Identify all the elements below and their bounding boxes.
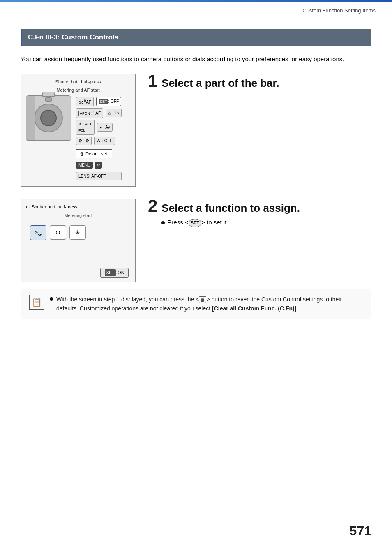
camera-body — [26, 95, 71, 141]
header-title: Custom Function Setting Items — [302, 7, 376, 15]
btn-star-ael: ✳ : AELFEL — [76, 120, 95, 135]
set-ok-row: SET OK — [26, 268, 130, 278]
intro-text: You can assign frequently used functions… — [21, 54, 371, 64]
default-set-row: 🗑 Default set. — [76, 149, 122, 159]
top-accent-bar — [0, 0, 392, 2]
step1-instruction: 1 Select a part of the bar. — [148, 74, 371, 93]
note-text-area: With the screen in step 1 displayed, you… — [50, 295, 363, 313]
step2-icon-2[interactable]: ✳ — [69, 225, 86, 240]
lens-btn: LENS: AF-OFF — [76, 172, 122, 180]
step-2-row: ⊙ Shutter butt. half-press Metering star… — [21, 199, 371, 282]
step1-label-top: Shutter butt. half-press — [26, 79, 130, 86]
menu-row: MENU ↩ — [76, 162, 122, 169]
step1-number: 1 — [148, 72, 157, 90]
step1-label-sub: Metering and AF start — [26, 87, 130, 94]
step-1-row: Shutter butt. half-press Metering and AF… — [21, 74, 371, 187]
camera-lens-outer — [34, 104, 63, 132]
note-icon-box: 📋 — [29, 295, 44, 310]
menu-button[interactable]: MENU — [76, 162, 93, 169]
btn-gear-gear: ⚙ : ⚙ — [76, 137, 92, 145]
btn-circle-av: ● : Av — [97, 123, 112, 132]
ok-label: OK — [118, 269, 124, 276]
step2-icon-0[interactable]: ⊙AF — [30, 225, 46, 240]
btn-afon: AFON: 0AF — [76, 108, 103, 118]
btn-metering-af: ⊙: 0AF — [76, 97, 94, 106]
step2-instruction: 2 Select a function to assign. Press <SE… — [148, 199, 371, 227]
btn-row-2: AFON: 0AF △ : Tv — [76, 108, 122, 118]
step2-icon-1[interactable]: ⊙ — [50, 225, 66, 240]
btn-tv: △ : Tv — [106, 109, 122, 117]
step2-detail: Press <SET> to set it. — [161, 218, 300, 227]
note-bullet: With the screen in step 1 displayed, you… — [50, 295, 363, 313]
step2-header-icon: ⊙ — [26, 204, 30, 211]
page-number: 571 — [350, 521, 371, 541]
note-bullet-dot — [50, 297, 53, 301]
step2-number: 2 — [148, 197, 157, 215]
set-inline-btn: SET — [189, 219, 201, 227]
trash-icon: 🗑 — [80, 150, 84, 157]
step2-sublabel: Metering start — [26, 212, 130, 219]
note-bold: [Clear all Custom Func. (C.Fn)] — [212, 305, 296, 312]
btn-row-1: ⊙: 0AF SET: OFF — [76, 97, 122, 106]
camera-lens-inner — [40, 110, 57, 126]
menu-back-button[interactable]: ↩ — [95, 162, 102, 169]
note-camera-icon: 📋 — [32, 296, 42, 308]
steps-area: Shutter butt. half-press Metering and AF… — [21, 74, 371, 282]
btn-set-off: SET: OFF — [96, 97, 121, 106]
bullet-dot — [161, 221, 165, 224]
btn-row-3: ✳ : AELFEL ● : Av — [76, 120, 122, 135]
step2-detail-text: Press <SET> to set it. — [167, 218, 228, 227]
default-set-button[interactable]: 🗑 Default set. — [76, 149, 112, 159]
section-title: C.Fn III-3: Custom Controls — [21, 29, 371, 46]
camera-diagram: ⊙: 0AF SET: OFF AFON: 0AF △ : Tv ✳ : AEL… — [26, 95, 130, 183]
step1-title: Select a part of the bar. — [161, 77, 279, 90]
step2-header: ⊙ Shutter butt. half-press — [26, 204, 130, 211]
note-box: 📋 With the screen in step 1 displayed, y… — [21, 289, 371, 319]
set-label: SET — [105, 269, 116, 276]
step2-icons-row: ⊙AF ⊙ ✳ — [26, 222, 130, 243]
step2-image-box: ⊙ Shutter butt. half-press Metering star… — [21, 199, 136, 282]
step2-header-label: Shutter butt. half-press — [32, 204, 77, 211]
step1-image-box: Shutter butt. half-press Metering and AF… — [21, 74, 136, 187]
set-ok-button[interactable]: SET OK — [100, 268, 129, 278]
default-set-label: Default set. — [85, 150, 108, 157]
note-content: With the screen in step 1 displayed, you… — [56, 295, 363, 313]
camera-buttons-panel: ⊙: 0AF SET: OFF AFON: 0AF △ : Tv ✳ : AEL… — [74, 95, 123, 183]
btn-asterisk-off: ⁂ : OFF — [94, 137, 115, 145]
lens-row: LENS: AF-OFF — [76, 172, 122, 180]
step2-title: Select a function to assign. — [161, 202, 300, 215]
btn-row-4: ⚙ : ⚙ ⁂ : OFF — [76, 137, 122, 145]
